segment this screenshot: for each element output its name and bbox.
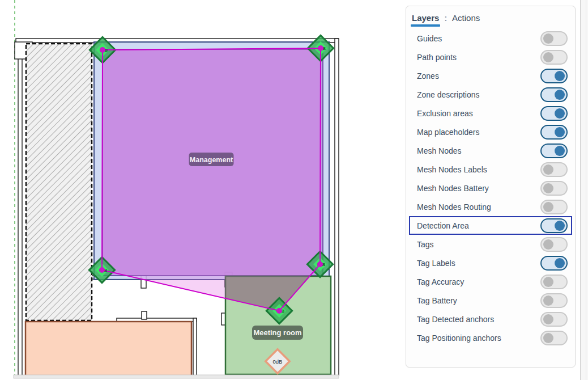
layer-label: Map placeholders (417, 128, 480, 137)
toggle-knob (555, 90, 565, 100)
layer-label: Zone descriptions (417, 90, 480, 99)
layer-label: Mesh Nodes Labels (417, 165, 487, 174)
wall-interior-c (193, 318, 197, 375)
layer-label: Tags (417, 240, 434, 249)
layer-rows: Guides Path points Zones Zone descriptio… (406, 29, 575, 347)
detection-area-fill[interactable] (102, 48, 321, 311)
layer-row-tag-detected-anchors: Tag Detected anchors (406, 310, 575, 328)
tag-anchor-label: 0dB (273, 358, 283, 365)
toggle-knob (543, 202, 553, 212)
layer-row-map-placeholders: Map placeholders (406, 123, 575, 141)
toggle-knob (555, 127, 565, 137)
scrollbar-track[interactable] (580, 0, 588, 380)
toggle-map-placeholders[interactable] (540, 125, 568, 140)
layer-label: Tag Positioning anchors (417, 333, 501, 343)
anchor-dot[interactable] (99, 267, 105, 273)
toggle-knob (555, 146, 565, 156)
toggle-tag-positioning-anchors[interactable] (540, 331, 568, 345)
layer-row-path-points: Path points (406, 48, 575, 66)
toggle-knob (543, 183, 553, 193)
toggle-knob (555, 258, 565, 268)
zone-label-management: Management (189, 153, 234, 166)
layer-row-tag-positioning-anchors: Tag Positioning anchors (406, 328, 575, 347)
toggle-mesh-nodes[interactable] (540, 143, 568, 158)
layers-panel: Layers : Actions Guides Path points Zone… (406, 6, 576, 368)
tab-layers[interactable]: Layers (411, 13, 440, 27)
anchor-dot[interactable] (318, 45, 323, 51)
layer-row-zone-descriptions: Zone descriptions (406, 85, 575, 104)
tab-layers-label: Layers (411, 13, 440, 23)
zone-label-text: Management (190, 156, 233, 164)
layer-label: Mesh Nodes Routing (417, 202, 491, 212)
layer-row-exclusion-areas: Exclusion areas (406, 104, 575, 123)
toggle-knob (543, 164, 553, 175)
wall-left (18, 57, 22, 375)
layer-row-tags: Tags (406, 235, 575, 254)
toggle-exclusion-areas[interactable] (540, 106, 568, 121)
wall-right (335, 39, 339, 375)
zone-orange[interactable] (25, 322, 191, 376)
layer-row-tag-battery: Tag Battery (406, 291, 575, 310)
anchor-dot[interactable] (276, 308, 282, 314)
tab-actions[interactable]: Actions (451, 13, 481, 23)
toggle-zones[interactable] (540, 69, 568, 83)
toggle-tag-labels[interactable] (540, 256, 568, 271)
tab-actions-label: Actions (451, 13, 481, 23)
layer-label: Guides (417, 34, 442, 43)
toggle-knob (543, 33, 553, 44)
layer-row-mesh-nodes-labels: Mesh Nodes Labels (406, 160, 575, 179)
toggle-mesh-nodes-labels[interactable] (540, 162, 568, 177)
layer-row-mesh-nodes-battery: Mesh Nodes Battery (406, 179, 575, 197)
toggle-guides[interactable] (540, 31, 568, 46)
layer-row-detection-area: Detection Area (409, 216, 572, 235)
toggle-zone-descriptions[interactable] (540, 87, 568, 102)
toggle-mesh-nodes-routing[interactable] (540, 200, 568, 214)
anchor-dot[interactable] (100, 47, 105, 53)
tab-separator: : (444, 14, 447, 23)
app-stage: 0dB 0dB 0dB 0dB 0dB Management Meeting r… (0, 0, 588, 380)
floor-plan-map[interactable]: 0dB 0dB 0dB 0dB 0dB Management Meeting r… (0, 0, 368, 380)
exclusion-area[interactable] (26, 44, 92, 320)
layer-label: Zones (417, 71, 439, 81)
layer-label: Detection Area (417, 221, 469, 230)
layer-row-zones: Zones (406, 66, 575, 85)
tab-active-underline (411, 24, 440, 27)
toggle-tag-battery[interactable] (540, 293, 568, 308)
toggle-tag-accuracy[interactable] (540, 275, 568, 289)
layer-label: Tag Labels (417, 259, 455, 268)
layer-row-tag-accuracy: Tag Accuracy (406, 272, 575, 291)
map-bottom-edge (14, 375, 339, 378)
layer-row-tag-labels: Tag Labels (406, 254, 575, 272)
layer-label: Tag Accuracy (417, 277, 464, 286)
layer-label: Exclusion areas (417, 109, 473, 118)
layer-label: Path points (417, 53, 457, 62)
toggle-tags[interactable] (540, 237, 568, 252)
layer-row-mesh-nodes-routing: Mesh Nodes Routing (406, 197, 575, 216)
toggle-knob (555, 221, 565, 231)
toggle-knob (543, 239, 553, 250)
toggle-tag-detected-anchors[interactable] (540, 312, 568, 327)
layer-row-mesh-nodes: Mesh Nodes (406, 141, 575, 160)
toggle-knob (543, 295, 553, 306)
toggle-knob (555, 108, 565, 119)
zone-label-text: Meeting room (253, 328, 301, 337)
layer-label: Mesh Nodes Battery (417, 184, 489, 193)
zone-label-meeting-room: Meeting room (252, 326, 303, 340)
wall-jamb-b (142, 311, 147, 319)
layer-label: Tag Detected anchors (417, 315, 494, 324)
panel-tabs: Layers : Actions (406, 6, 575, 28)
toggle-knob (543, 314, 553, 324)
layer-row-guides: Guides (406, 29, 575, 48)
scrollbar-groove (586, 0, 586, 380)
toggle-mesh-nodes-battery[interactable] (540, 181, 568, 196)
toggle-path-points[interactable] (540, 50, 568, 65)
toggle-knob (543, 52, 553, 62)
layer-label: Mesh Nodes (417, 146, 462, 155)
toggle-knob (543, 277, 553, 287)
layer-label: Tag Battery (417, 296, 457, 305)
toggle-knob (555, 71, 565, 81)
toggle-detection-area[interactable] (540, 218, 568, 233)
toggle-knob (543, 333, 553, 343)
anchor-dot[interactable] (317, 261, 323, 267)
